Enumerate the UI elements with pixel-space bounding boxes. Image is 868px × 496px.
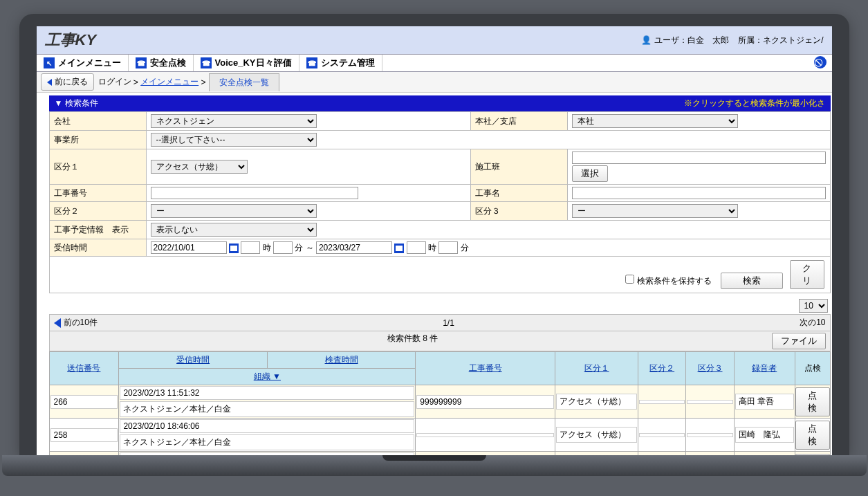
result-count: 検索件数 8 件 (54, 333, 772, 349)
cursor-icon: ↖ (44, 57, 55, 68)
div2-select[interactable]: ー (151, 204, 317, 218)
label-office: 事業所 (49, 131, 146, 149)
col-org[interactable]: 組織 ▼ (254, 371, 281, 381)
col-workno[interactable]: 工事番号 (469, 363, 502, 373)
label-workname: 工事名 (471, 185, 568, 202)
label-branch: 本社／支店 (471, 112, 568, 131)
cell-div2 (639, 433, 685, 437)
count-bar: 検索件数 8 件 ファイル (49, 331, 831, 351)
cell-div2 (639, 400, 685, 404)
cell-recvtime: 2023/02/13 11:51:32 (120, 386, 414, 400)
label-workno: 工事番号 (49, 185, 146, 202)
label-recvtime: 受信時間 (49, 239, 146, 257)
label-div1: 区分１ (49, 149, 146, 185)
action-row: 検索条件を保持する 検索 クリ (49, 257, 831, 293)
menu-safety[interactable]: ☎ 安全点検 (129, 55, 194, 71)
panel-hint: ※クリックすると検索条件が最小化さ (684, 98, 825, 109)
search-form: 会社 ネクストジェン 本社／支店 本社 事業所 --選択して下さい-- 区分１ … (49, 111, 831, 257)
inspect-button[interactable]: 点検 (795, 421, 830, 450)
col-div1[interactable]: 区分１ (584, 363, 609, 373)
calendar-icon[interactable] (229, 244, 239, 253)
page-size-select[interactable]: 10 (799, 299, 828, 313)
prohibit-icon[interactable]: ⃠ (814, 56, 827, 68)
prev-icon[interactable] (54, 318, 61, 328)
triangle-down-icon: ▼ (55, 98, 63, 108)
page-position: 1/1 (98, 318, 800, 328)
cell-sendno: 266 (50, 395, 118, 409)
schedule-select[interactable]: 表示しない (151, 223, 317, 237)
person-icon: 👤 (641, 35, 652, 45)
col-result: 点検 (795, 352, 830, 385)
date-from-input[interactable] (151, 241, 227, 254)
cell-recvtime: 2023/02/10 18:46:06 (120, 419, 414, 433)
menu-system[interactable]: ☎ システム管理 (299, 55, 382, 71)
col-recorder[interactable]: 録音者 (752, 363, 777, 373)
results-table: 送信番号 受信時間 検査時間 工事番号 区分１ 区分２ 区分３ 録音者 点検 組… (49, 351, 831, 455)
table-row: 2662023/02/13 11:51:32ネクストジェン／本社／白金99999… (49, 385, 830, 419)
breadcrumb: 前に戻る ログイン > メインメニュー > 安全点検一覧 (37, 72, 832, 93)
menu-bar: ↖ メインメニュー ☎ 安全点検 ☎ Voice_KY日々評価 ☎ システム管理… (37, 54, 832, 72)
crew-input[interactable] (572, 151, 826, 164)
branch-select[interactable]: 本社 (572, 114, 738, 128)
search-panel-header[interactable]: ▼検索条件 ※クリックすると検索条件が最小化さ (49, 95, 831, 111)
cell-sendno: 258 (50, 428, 118, 442)
min-from-input[interactable] (273, 241, 293, 254)
label-schedule: 工事予定情報 表示 (49, 221, 146, 239)
cell-div3 (687, 400, 732, 404)
crumb-login: ログイン (98, 76, 131, 88)
cell-org: ネクストジェン／本社／白金 (120, 401, 414, 417)
phone-icon: ☎ (201, 57, 212, 68)
label-div3: 区分３ (471, 202, 568, 221)
cell-div1: アクセス（サ総） (556, 394, 637, 410)
inspect-button[interactable]: 点検 (795, 387, 830, 416)
hour-to-input[interactable] (407, 241, 426, 254)
prev-link[interactable]: 前の10件 (64, 317, 98, 329)
back-arrow-icon (47, 79, 52, 86)
menu-main[interactable]: ↖ メインメニュー (37, 55, 129, 71)
app-header: 工事KY 👤 ユーザ：白金 太郎 所属：ネクストジェン/ (37, 26, 832, 54)
file-button[interactable]: ファイル (772, 333, 826, 349)
search-button[interactable]: 検索 (721, 273, 783, 289)
crew-select-button[interactable]: 選択 (572, 165, 608, 182)
pager-bar: 前の10件 1/1 次の10 (49, 314, 831, 331)
cell-div1: アクセス（サ総） (556, 427, 637, 443)
phone-icon: ☎ (136, 57, 147, 68)
col-sendno[interactable]: 送信番号 (67, 363, 100, 373)
crumb-main-menu[interactable]: メインメニュー (140, 76, 198, 88)
col-recvtime[interactable]: 受信時間 (176, 355, 210, 365)
table-row: 1912022/12/27 08:37:32ネクストジェン／本社／白金99999… (49, 452, 830, 456)
user-info: 👤 ユーザ：白金 太郎 所属：ネクストジェン/ (641, 35, 823, 46)
calendar-icon[interactable] (394, 244, 404, 253)
menu-voice[interactable]: ☎ Voice_KY日々評価 (194, 55, 299, 71)
table-row: 2582023/02/10 18:46:06ネクストジェン／本社／白金アクセス（… (49, 419, 830, 452)
inspect-button[interactable]: 点検 (795, 454, 830, 456)
col-inspecttime[interactable]: 検査時間 (325, 355, 358, 365)
col-div2[interactable]: 区分２ (649, 363, 674, 373)
keep-cond-checkbox[interactable] (625, 275, 634, 284)
cell-div3 (687, 433, 732, 437)
col-div3[interactable]: 区分３ (698, 363, 723, 373)
workno-input[interactable] (151, 187, 358, 199)
div3-select[interactable]: ー (572, 204, 738, 218)
date-to-input[interactable] (316, 241, 392, 254)
cell-recorder: 高田 章吾 (735, 394, 794, 410)
min-to-input[interactable] (438, 241, 458, 254)
cell-recvtime: 2022/12/27 08:37:32 (120, 452, 414, 455)
hour-from-input[interactable] (241, 241, 260, 254)
company-select[interactable]: ネクストジェン (151, 114, 317, 128)
workname-input[interactable] (572, 187, 826, 199)
clear-button[interactable]: クリ (790, 260, 824, 289)
keep-cond-label[interactable]: 検索条件を保持する (625, 276, 711, 286)
next-link[interactable]: 次の10 (800, 317, 825, 329)
label-div2: 区分２ (49, 202, 146, 221)
current-tab[interactable]: 安全点検一覧 (209, 73, 279, 91)
cell-workno (416, 433, 554, 437)
phone-icon: ☎ (306, 57, 317, 68)
cell-workno: 999999999 (416, 395, 554, 409)
cell-org: ネクストジェン／本社／白金 (120, 434, 414, 450)
office-select[interactable]: --選択して下さい-- (151, 133, 317, 147)
app-title: 工事KY (45, 30, 97, 50)
back-button[interactable]: 前に戻る (41, 73, 94, 91)
label-company: 会社 (49, 112, 146, 131)
div1-select[interactable]: アクセス（サ総） (151, 160, 248, 174)
